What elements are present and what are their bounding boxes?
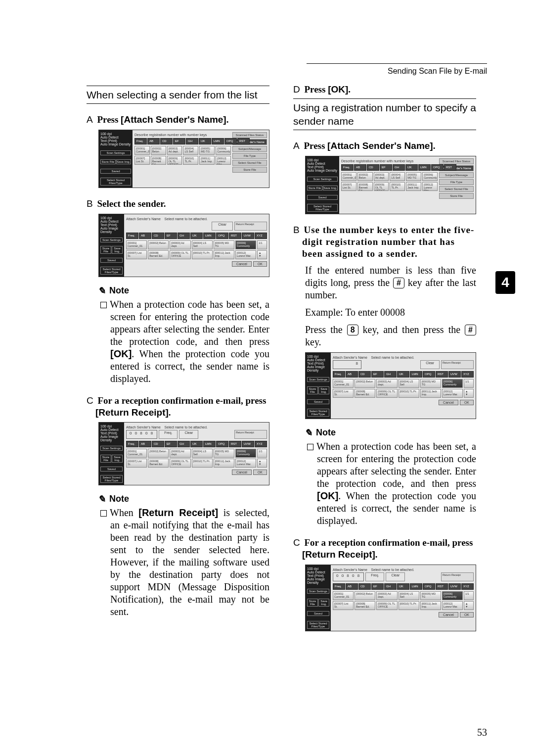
section-title-left: When selecting a sender from the list xyxy=(87,88,269,101)
step-letter: B xyxy=(293,225,300,235)
bullet-icon xyxy=(100,302,107,308)
note-item: When a protection code has been set, a s… xyxy=(317,440,476,527)
note-item: When [Return Receipt] is selected, an e-… xyxy=(110,507,269,618)
running-header: Sending Scan File by E-mail xyxy=(388,67,487,76)
screenshot-figure: 100 dpiAuto DetectText (Print)Auto Image… xyxy=(98,130,269,188)
step-text: . xyxy=(433,141,436,151)
key-hash: # xyxy=(393,278,404,288)
note-label: Note xyxy=(316,427,336,438)
pencil-icon: ✎ xyxy=(97,285,108,296)
note-item: When a protection code has been set, a s… xyxy=(110,298,269,385)
step-b-left: B Select the sender. xyxy=(87,198,269,210)
section-title-right: Using a registration number to specify a… xyxy=(293,101,476,128)
button-ref: [OK] xyxy=(328,84,348,94)
note-label: Note xyxy=(109,285,129,296)
screenshot-figure: 100 dpiAuto DetectText (Print)Auto Image… xyxy=(305,156,476,214)
note-heading: ✎ Note xyxy=(305,427,476,438)
screenshot-figure: 100 dpiAuto DetectText (Print)Auto Image… xyxy=(305,352,476,419)
pencil-icon: ✎ xyxy=(97,493,108,505)
header-rule xyxy=(307,63,487,64)
note-label: Note xyxy=(109,494,129,504)
button-ref: [Return Receipt] xyxy=(95,407,169,418)
section-rule xyxy=(87,86,269,86)
body-text: If the entered number is less than five … xyxy=(305,264,476,301)
step-letter: C xyxy=(87,395,93,406)
step-b-right: B Use the number keys to enter the five-… xyxy=(293,224,476,259)
section-rule xyxy=(293,130,476,130)
step-letter: C xyxy=(293,537,300,548)
bullet-icon xyxy=(307,444,313,450)
step-text: Select the sender. xyxy=(97,198,166,209)
step-text: . xyxy=(226,114,229,125)
step-text: Use the number keys to enter the five-di… xyxy=(302,225,474,259)
step-a-left: A Press [Attach Sender's Name]. xyxy=(87,114,269,126)
button-ref: [Return Receipt] xyxy=(138,507,218,518)
button-ref: [Attach Sender's Name] xyxy=(121,114,226,125)
right-column: D Press [OK]. Using a registration numbe… xyxy=(293,84,476,635)
button-ref: [Return Receipt] xyxy=(302,549,375,560)
bullet-icon xyxy=(100,510,107,517)
screenshot-figure: 100 dpiAuto DetectText (Print)Auto Image… xyxy=(98,214,269,277)
step-text: For a reception confirmation e-mail, pre… xyxy=(97,395,266,406)
step-text: For a reception confirmation e-mail, pre… xyxy=(304,537,473,548)
screenshot-figure: 100 dpiAuto DetectText (Print)Auto Image… xyxy=(305,565,476,631)
step-text: Press xyxy=(304,141,327,151)
step-letter: A xyxy=(87,114,93,125)
page-number: 53 xyxy=(477,727,487,738)
section-rule xyxy=(87,103,269,104)
chapter-tab: 4 xyxy=(495,271,515,294)
button-ref: [Attach Sender's Name] xyxy=(327,141,433,151)
step-letter: D xyxy=(293,84,300,94)
key-hash: # xyxy=(465,325,476,335)
step-text: Press xyxy=(97,114,121,125)
key-8: 8 xyxy=(347,325,358,335)
body-text: Example: To enter 00008 xyxy=(305,306,476,319)
step-c-right: C For a reception confirmation e-mail, p… xyxy=(293,537,476,561)
pencil-icon: ✎ xyxy=(304,427,314,438)
button-ref: [OK] xyxy=(110,348,132,359)
body-text: Press the 8 key, and then press the # ke… xyxy=(305,324,476,348)
step-text: . xyxy=(169,407,171,418)
step-letter: A xyxy=(293,141,300,151)
step-c-left: C For a reception confirmation e-mail, p… xyxy=(87,395,269,419)
note-heading: ✎ Note xyxy=(98,493,269,505)
step-text: . xyxy=(348,84,351,94)
button-ref: [OK] xyxy=(317,490,338,501)
step-letter: B xyxy=(87,198,93,209)
step-d-right: D Press [OK]. xyxy=(293,84,476,95)
section-rule xyxy=(293,98,476,99)
step-text: Press xyxy=(304,84,328,94)
screenshot-figure: 100 dpiAuto DetectText (Print)Auto Image… xyxy=(98,422,269,485)
left-column: When selecting a sender from the list A … xyxy=(87,84,269,635)
note-heading: ✎ Note xyxy=(98,285,269,296)
step-text: . xyxy=(375,549,378,560)
step-a-right: A Press [Attach Sender's Name]. xyxy=(293,140,476,152)
